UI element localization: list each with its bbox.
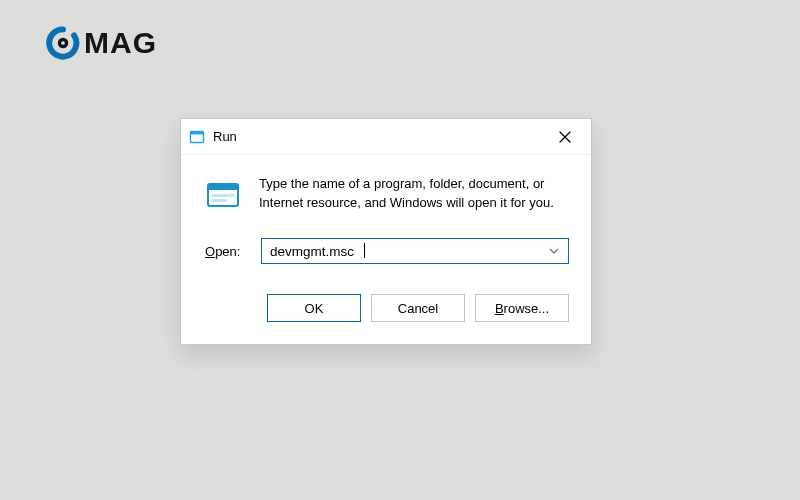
ok-button[interactable]: OK xyxy=(267,294,361,322)
run-dialog: Run Type the name of a program, folder, … xyxy=(180,118,592,345)
titlebar: Run xyxy=(181,119,591,155)
open-label: Open: xyxy=(205,244,249,259)
svg-rect-3 xyxy=(191,131,204,134)
browse-button[interactable]: Browse... xyxy=(475,294,569,322)
dialog-description: Type the name of a program, folder, docu… xyxy=(259,175,569,216)
run-titlebar-icon xyxy=(189,129,205,145)
combobox-dropdown-button[interactable] xyxy=(545,238,563,264)
logo-text: MAG xyxy=(84,26,157,60)
run-body-icon xyxy=(205,175,241,216)
svg-point-1 xyxy=(61,41,65,45)
open-input[interactable] xyxy=(261,238,569,264)
chevron-down-icon xyxy=(549,248,559,254)
text-caret xyxy=(364,243,365,258)
cancel-button[interactable]: Cancel xyxy=(371,294,465,322)
svg-rect-7 xyxy=(212,199,227,202)
dialog-title: Run xyxy=(213,129,549,144)
logo-mark-icon xyxy=(46,26,80,60)
close-button[interactable] xyxy=(549,123,581,151)
brand-logo: MAG xyxy=(46,26,157,60)
dialog-button-row: OK Cancel Browse... xyxy=(181,274,591,344)
close-icon xyxy=(559,131,571,143)
open-combobox[interactable] xyxy=(261,238,569,264)
svg-rect-6 xyxy=(212,194,234,197)
svg-rect-5 xyxy=(208,184,238,190)
